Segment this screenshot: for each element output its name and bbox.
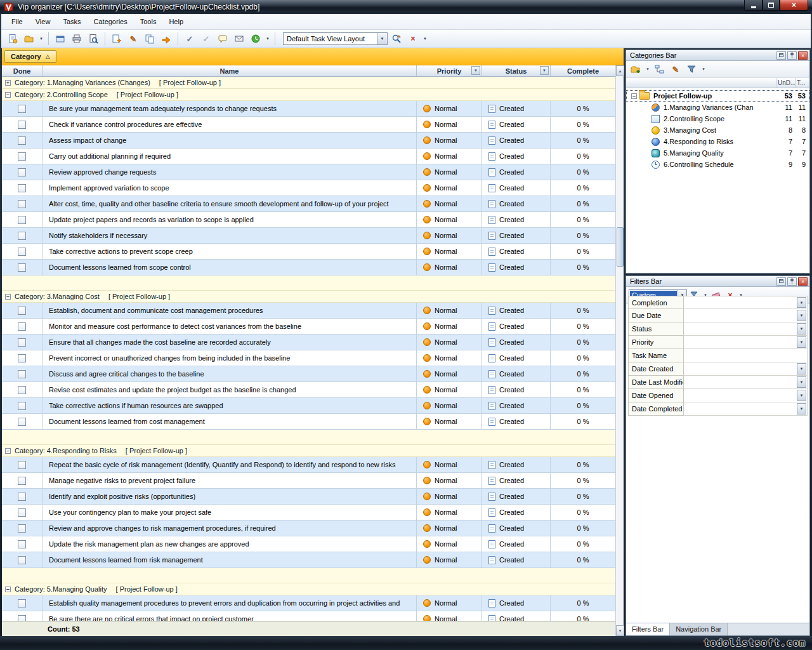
task-complete-cell[interactable]: 0 % [551, 117, 615, 133]
task-done-checkbox[interactable] [18, 152, 26, 161]
task-row[interactable]: Check if variance control procedures are… [2, 117, 615, 133]
task-complete-cell[interactable]: 0 % [551, 611, 615, 621]
task-name-cell[interactable]: Review approved change requests [43, 164, 417, 180]
task-status-cell[interactable]: Created [482, 457, 551, 473]
complete-task-button[interactable] [159, 31, 174, 46]
filter-value-cell[interactable]: ▼ [684, 362, 808, 376]
task-priority-cell[interactable]: Normal [417, 180, 482, 196]
task-priority-cell[interactable]: Normal [417, 489, 482, 505]
column-header-complete[interactable]: Complete [551, 65, 615, 76]
tree-category-row[interactable]: 4.Responding to Risks 77 [626, 136, 809, 147]
category-filter-dropdown-icon[interactable]: ▾ [700, 67, 707, 72]
category-group-row[interactable]: − Category: 2.Controlling Scope [ Projec… [2, 89, 615, 101]
task-status-cell[interactable]: Created [482, 595, 551, 611]
task-priority-cell[interactable]: Normal [417, 335, 482, 350]
task-done-checkbox[interactable] [18, 322, 26, 331]
task-priority-cell[interactable]: Normal [417, 457, 482, 473]
task-priority-cell[interactable]: Normal [417, 366, 482, 382]
task-complete-cell[interactable]: 0 % [551, 536, 615, 552]
task-name-cell[interactable]: Use your contingency plan to make your p… [43, 505, 417, 521]
task-status-cell[interactable]: Created [482, 212, 551, 228]
task-status-cell[interactable]: Created [482, 398, 551, 414]
add-category-button[interactable] [629, 62, 643, 76]
task-complete-cell[interactable]: 0 % [551, 414, 615, 430]
filter-dropdown-button[interactable]: ▼ [797, 376, 806, 388]
task-name-cell[interactable]: Check if variance control procedures are… [43, 117, 417, 133]
open-database-button[interactable] [22, 31, 37, 46]
scroll-down-button[interactable]: ▼ [616, 625, 624, 636]
task-complete-cell[interactable]: 0 % [551, 473, 615, 489]
task-priority-cell[interactable]: Normal [417, 303, 482, 319]
filter-value-cell[interactable]: ▼ [684, 322, 808, 336]
filter-dropdown-button[interactable]: ▼ [797, 390, 806, 401]
minimize-button[interactable] [744, 0, 763, 11]
task-priority-cell[interactable]: Normal [417, 414, 482, 430]
filter-dropdown-button[interactable]: ▼ [797, 403, 806, 415]
task-priority-cell[interactable]: Normal [417, 133, 482, 149]
menu-categories[interactable]: Categories [88, 15, 134, 28]
vertical-scrollbar[interactable]: ▲ ▼ [615, 65, 624, 636]
tab-navigation-bar[interactable]: Navigation Bar [670, 623, 728, 635]
task-row[interactable]: Update the risk management plan as new c… [2, 536, 615, 552]
filter-value-cell[interactable]: ▼ [684, 336, 808, 349]
task-name-cell[interactable]: Notify stakeholders if necessary [43, 228, 417, 244]
task-row[interactable]: Document lessons learned from cost manag… [2, 414, 615, 430]
task-status-cell[interactable]: Created [482, 505, 551, 521]
task-status-cell[interactable]: Created [482, 382, 551, 398]
delete-layout-button[interactable]: × [405, 31, 421, 46]
task-row[interactable]: Notify stakeholders if necessary Normal … [2, 228, 615, 244]
task-status-cell[interactable]: Created [482, 164, 551, 180]
task-priority-cell[interactable]: Normal [417, 319, 482, 335]
task-priority-cell[interactable]: Normal [417, 228, 482, 244]
task-name-cell[interactable]: Review and approve changes to risk manag… [43, 521, 417, 536]
menu-tools[interactable]: Tools [134, 15, 163, 28]
tree-category-row[interactable]: 3.Managing Cost 88 [626, 124, 809, 136]
status-filter-button[interactable]: ▼ [540, 66, 549, 75]
filter-value-cell[interactable]: ▼ [684, 376, 808, 389]
task-priority-cell[interactable]: Normal [417, 505, 482, 521]
task-name-cell[interactable]: Repeat the basic cycle of risk managemen… [43, 457, 417, 473]
task-status-cell[interactable]: Created [482, 228, 551, 244]
add-category-dropdown-icon[interactable]: ▾ [645, 67, 651, 72]
close-button[interactable]: × [780, 0, 808, 11]
duplicate-task-button[interactable] [142, 31, 157, 46]
task-done-checkbox[interactable] [18, 508, 26, 517]
task-done-checkbox[interactable] [18, 386, 26, 394]
group-expander[interactable]: − [5, 294, 11, 300]
reminder-dropdown-icon[interactable]: ▾ [265, 36, 271, 41]
tree-category-row[interactable]: 6.Controlling Schedule 99 [626, 159, 809, 170]
task-done-checkbox[interactable] [18, 216, 26, 224]
task-complete-cell[interactable]: 0 % [551, 505, 615, 521]
task-row[interactable]: Discuss and agree critical changes to th… [2, 366, 615, 382]
mark-incomplete-button[interactable]: ✓ [199, 31, 214, 46]
filters-close-button[interactable]: × [798, 277, 808, 286]
task-row[interactable]: Be sure your management team adequately … [2, 101, 615, 117]
group-expander[interactable]: − [5, 448, 11, 454]
task-complete-cell[interactable]: 0 % [551, 366, 615, 382]
task-complete-cell[interactable]: 0 % [551, 196, 615, 212]
priority-filter-button[interactable]: ▼ [471, 66, 480, 75]
filter-dropdown-button[interactable]: ▼ [797, 323, 806, 335]
task-name-cell[interactable]: Be sure there are no critical errors tha… [43, 611, 417, 621]
column-header-priority[interactable]: Priority▼ [417, 65, 482, 76]
task-priority-cell[interactable]: Normal [417, 595, 482, 611]
categories-restore-button[interactable] [776, 51, 786, 60]
mark-complete-button[interactable]: ✓ [182, 31, 197, 46]
task-complete-cell[interactable]: 0 % [551, 552, 615, 568]
task-complete-cell[interactable]: 0 % [551, 457, 615, 473]
add-task-button[interactable] [109, 31, 124, 46]
task-complete-cell[interactable]: 0 % [551, 489, 615, 505]
menu-tasks[interactable]: Tasks [56, 15, 87, 28]
tab-filters-bar[interactable]: Filters Bar [626, 623, 670, 635]
task-status-cell[interactable]: Created [482, 244, 551, 260]
task-view-layout-combo[interactable]: Default Task View Layout ▼ [283, 32, 388, 45]
edit-task-button[interactable]: ✎ [126, 31, 141, 46]
task-row[interactable]: Review approved change requests Normal C… [2, 164, 615, 180]
task-name-cell[interactable]: Take corrective actions to prevent scope… [43, 244, 417, 260]
add-subcategory-button[interactable] [653, 62, 667, 76]
task-done-checkbox[interactable] [18, 615, 26, 621]
task-done-checkbox[interactable] [18, 121, 26, 129]
print-preview-button[interactable] [86, 31, 101, 46]
task-complete-cell[interactable]: 0 % [551, 101, 615, 117]
scrollbar-thumb[interactable] [617, 227, 624, 267]
